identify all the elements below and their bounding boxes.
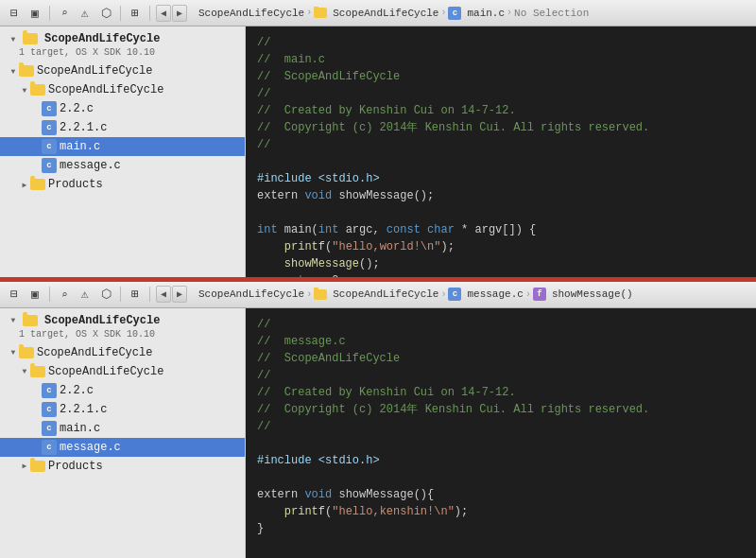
code-line: // xyxy=(257,316,745,333)
code-line: printf("hello,world!\n"); xyxy=(257,238,745,255)
code-line: int main(int argc, const char * argv[]) … xyxy=(257,221,745,238)
tree-item-label: Products xyxy=(48,178,237,191)
view-icon[interactable]: ⊞ xyxy=(127,5,144,22)
c-file-badge: c xyxy=(42,440,57,455)
tree-folder-icon xyxy=(30,179,45,190)
pane-bottom: ⊟ ▣ ⌕ ⚠ ⬡ ⊞ ◀ ▶ ScopeAndLifeCycle › Scop… xyxy=(0,282,756,559)
search-icon[interactable]: ⌕ xyxy=(56,5,73,22)
stop-icon[interactable]: ⊟ xyxy=(6,5,23,22)
breadcrumb-file[interactable]: c message.c xyxy=(448,288,523,301)
tree-item-2-2-1-c[interactable]: c 2.2.1.c xyxy=(0,118,245,137)
breadcrumb-file[interactable]: c main.c xyxy=(448,7,505,20)
back-arrow[interactable]: ◀ xyxy=(156,5,171,22)
warning-icon[interactable]: ⚠ xyxy=(77,5,94,22)
tree-folder-icon xyxy=(30,461,45,472)
back-arrow[interactable]: ◀ xyxy=(156,286,171,303)
forward-arrow[interactable]: ▶ xyxy=(172,5,187,22)
toolbar-sep2 xyxy=(120,287,121,302)
code-segment: extern xyxy=(257,189,304,202)
tree-item-Products[interactable]: Products xyxy=(0,457,245,476)
code-segment: showMessage xyxy=(284,257,359,270)
warning-icon[interactable]: ⚠ xyxy=(77,286,94,303)
editor[interactable]: //// message.c// ScopeAndLifeCycle//// C… xyxy=(246,308,756,559)
code-segment: ); xyxy=(440,240,454,253)
breadcrumb-sep: › xyxy=(306,289,312,300)
tree-item-message-c[interactable]: c message.c xyxy=(0,156,245,175)
tree-item-label: message.c xyxy=(60,159,237,172)
scheme-icon[interactable]: ▣ xyxy=(26,286,43,303)
tree-item-label: 2.2.c xyxy=(60,384,237,397)
search-icon[interactable]: ⌕ xyxy=(56,286,73,303)
tree-item-label: Products xyxy=(48,460,237,473)
code-line xyxy=(257,435,745,452)
tree-item-label: ScopeAndLifeCycle xyxy=(37,64,237,78)
code-line: // xyxy=(257,367,745,384)
tree-item-2-2-1-c[interactable]: c 2.2.1.c xyxy=(0,400,245,419)
code-line: showMessage(); xyxy=(257,255,745,272)
tree-item-label: 2.2.1.c xyxy=(60,121,237,134)
breadcrumb-folder[interactable]: ScopeAndLifeCycle xyxy=(314,288,438,300)
triangle-icon xyxy=(8,347,19,358)
triangle-icon xyxy=(19,366,30,377)
tree-item-label: ScopeAndLifeCycle xyxy=(37,346,237,359)
scheme-icon[interactable]: ▣ xyxy=(26,5,43,22)
tree-item-message-c[interactable]: c message.c xyxy=(0,438,245,457)
code-line: // Created by Kenshin Cui on 14-7-12. xyxy=(257,384,745,401)
stop-icon[interactable]: ⊟ xyxy=(6,286,23,303)
breakpoint-icon[interactable]: ⬡ xyxy=(97,286,114,303)
tree-item-ScopeAndLifeCycle[interactable]: ScopeAndLifeCycle xyxy=(0,343,245,362)
editor[interactable]: //// main.c// ScopeAndLifeCycle//// Crea… xyxy=(246,26,756,277)
code-line: // xyxy=(257,418,745,435)
code-segment: void xyxy=(304,488,332,501)
tree-item-ScopeAndLifeCycle[interactable]: ScopeAndLifeCycle xyxy=(0,80,245,99)
tree-item-main-c[interactable]: c main.c xyxy=(0,137,245,156)
view-icon[interactable]: ⊞ xyxy=(127,286,144,303)
code-line: // main.c xyxy=(257,51,745,68)
code-line: // message.c xyxy=(257,333,745,350)
tree-item-label: 2.2.c xyxy=(60,102,237,115)
tree-item-2-2-c[interactable]: c 2.2.c xyxy=(0,381,245,400)
forward-arrow[interactable]: ▶ xyxy=(172,286,187,303)
project-triangle[interactable] xyxy=(8,315,19,326)
tree-folder-icon xyxy=(30,366,45,377)
code-segment xyxy=(257,505,284,518)
tree-item-label: main.c xyxy=(60,422,237,435)
code-line xyxy=(257,469,745,486)
code-segment: showMessage(){ xyxy=(332,488,434,501)
breakpoint-icon[interactable]: ⬡ xyxy=(97,5,114,22)
code-segment: showMessage(); xyxy=(332,189,434,202)
project-title: ScopeAndLifeCycle xyxy=(44,32,160,45)
tree-item-2-2-c[interactable]: c 2.2.c xyxy=(0,99,245,118)
c-file-icon: c xyxy=(448,7,461,20)
code-segment: ); xyxy=(455,505,468,518)
triangle-icon xyxy=(8,65,19,77)
app-container: ⊟ ▣ ⌕ ⚠ ⬡ ⊞ ◀ ▶ ScopeAndLifeCycle › Scop… xyxy=(0,0,756,558)
toolbar: ⊟ ▣ ⌕ ⚠ ⬡ ⊞ ◀ ▶ ScopeAndLifeCycle › Scop… xyxy=(0,0,756,26)
project-triangle[interactable] xyxy=(8,33,19,44)
code-line: extern void showMessage(); xyxy=(257,187,745,204)
tree-item-ScopeAndLifeCycle[interactable]: ScopeAndLifeCycle xyxy=(0,362,245,381)
toolbar-sep3 xyxy=(149,287,150,302)
breadcrumb-function[interactable]: f showMessage() xyxy=(533,288,633,301)
nav-arrows: ◀ ▶ xyxy=(156,286,187,303)
func-icon: f xyxy=(533,288,546,301)
breadcrumb-folder[interactable]: ScopeAndLifeCycle xyxy=(314,8,438,19)
tree-item-Products[interactable]: Products xyxy=(0,175,245,194)
nav-arrows: ◀ ▶ xyxy=(156,5,187,22)
code-segment: extern xyxy=(257,488,304,501)
code-segment xyxy=(421,223,427,236)
breadcrumb-file-label: message.c xyxy=(467,288,523,300)
breadcrumb-sep: › xyxy=(525,289,531,300)
code-line: // Copyright (c) 2014年 Kenshin Cui. All … xyxy=(257,119,745,136)
breadcrumb: ScopeAndLifeCycle › ScopeAndLifeCycle › … xyxy=(198,288,750,301)
code-line: // Created by Kenshin Cui on 14-7-12. xyxy=(257,102,745,119)
c-file-badge: c xyxy=(42,139,57,154)
c-file-badge: c xyxy=(42,421,57,436)
tree-item-main-c[interactable]: c main.c xyxy=(0,419,245,438)
code-line: } xyxy=(257,520,745,537)
code-segment: argc, xyxy=(338,223,386,236)
code-segment: printf xyxy=(284,505,325,518)
toolbar-sep xyxy=(49,6,50,21)
tree-item-ScopeAndLifeCycle[interactable]: ScopeAndLifeCycle xyxy=(0,61,245,80)
breadcrumb-folder-label: ScopeAndLifeCycle xyxy=(333,288,438,300)
